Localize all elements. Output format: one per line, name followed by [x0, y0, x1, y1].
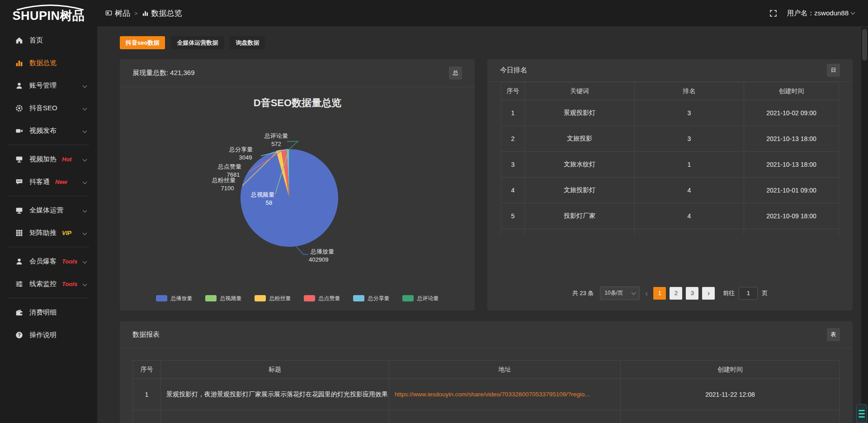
- legend-item[interactable]: 总播放量: [156, 295, 193, 302]
- table-view-button[interactable]: 表: [827, 328, 840, 341]
- chevron-down-icon: [83, 282, 87, 286]
- table-row: 1 景观投影灯 3 2021-10-02 09:00: [501, 100, 839, 126]
- badge-tools: Tools: [62, 258, 77, 265]
- customer-service-widget[interactable]: [856, 404, 867, 423]
- breadcrumb-label: 数据总览: [151, 8, 182, 19]
- sidebar-item-label: 消费明细: [29, 308, 57, 317]
- badge-vip: VIP: [62, 230, 71, 236]
- sidebar-item-member[interactable]: 会员爆客 Tools: [0, 250, 97, 273]
- breadcrumb-label: 树品: [115, 8, 130, 19]
- fullscreen-icon: [769, 9, 777, 17]
- next-page-button[interactable]: ›: [702, 287, 715, 300]
- sidebar-item-doukettong[interactable]: 抖客通 New: [0, 170, 97, 193]
- breadcrumb: 树品 > 数据总览: [105, 8, 182, 19]
- breadcrumb-item-overview[interactable]: 数据总览: [142, 8, 182, 19]
- chevron-down-icon: [83, 259, 87, 263]
- goto-page-input[interactable]: [739, 287, 758, 300]
- pie-label-总分享量: 3049: [239, 154, 252, 161]
- table-header-row: 序号 标题 地址 创建时间: [133, 361, 840, 379]
- cell-url: https://www.iesdouyin.com/share/video/70…: [389, 379, 621, 410]
- sidebar-item-guide[interactable]: ? 操作说明: [0, 324, 97, 346]
- sidebar-item-account[interactable]: 账号管理: [0, 74, 97, 97]
- cell-keyword: 文旅投影: [525, 126, 635, 152]
- day-view-button[interactable]: 日: [827, 64, 840, 77]
- page-button-2[interactable]: 2: [670, 287, 682, 300]
- sidebar-item-label: 会员爆客: [29, 257, 57, 266]
- chevron-down-icon: [83, 106, 87, 110]
- sidebar-item-home[interactable]: 首页: [0, 29, 97, 52]
- sidebar-item-video-publish[interactable]: 视频发布: [0, 119, 97, 142]
- col-url: 地址: [389, 361, 621, 379]
- sidebar-item-media-operation[interactable]: 全媒体运营: [0, 199, 97, 221]
- table-row: 4 文旅投影灯 4 2021-10-01 09:00: [501, 178, 839, 203]
- chart-title: D音SEO数据量总览: [254, 97, 341, 108]
- page-button-1[interactable]: 1: [653, 287, 666, 300]
- tab-media-operation[interactable]: 全媒体运营数据: [171, 36, 224, 49]
- bar-chart-icon: [15, 59, 23, 67]
- data-tabs: 抖音seo数据 全媒体运营数据 询盘数据: [120, 36, 868, 49]
- sidebar-item-clue-monitor[interactable]: 线索监控 Tools: [0, 273, 97, 295]
- sidebar-item-matrix-boost[interactable]: 矩阵助推 VIP: [0, 221, 97, 244]
- seo-pie-chart[interactable]: D音SEO数据量总览 总播放量402909总视频量58总粉丝量7100总点赞量7…: [120, 87, 475, 282]
- page-size-select[interactable]: 10条/页: [600, 287, 640, 300]
- table-row: 5 投影灯厂家 4 2021-10-09 18:00: [501, 203, 839, 229]
- table-row-clipped: [501, 229, 839, 235]
- chevron-down-icon: [632, 290, 636, 295]
- pie-label-总分享量: 总分享量: [229, 146, 253, 153]
- sidebar-item-douyin-seo[interactable]: 抖音SEO: [0, 97, 97, 119]
- legend-item[interactable]: 总点赞量: [304, 295, 340, 302]
- sidebar-item-consumption[interactable]: 消费明细: [0, 301, 97, 324]
- pie-label-总播放量: 402909: [309, 256, 328, 263]
- cell-rank: 4: [635, 178, 744, 203]
- prev-page-button[interactable]: ‹: [645, 289, 648, 297]
- chevron-down-icon: [83, 128, 87, 133]
- pagination: 共 23 条 10条/页 ‹ 1 2 3 › 前往 页: [501, 287, 839, 300]
- sidebar-item-label: 全媒体运营: [29, 206, 63, 215]
- report-table-wrap: 序号 标题 地址 创建时间 1 景观投影灯，夜游景观投影灯厂家展示展示落花灯在花…: [120, 348, 853, 423]
- sidebar-item-video-heat[interactable]: 视频加热 Hot: [0, 148, 97, 170]
- logo[interactable]: SHUPIN树品: [0, 0, 97, 27]
- legend-item[interactable]: 总粉丝量: [255, 295, 291, 302]
- data-report-card: 数据报表 表 序号 标题 地址 创建时间: [120, 321, 853, 423]
- cell-created: 2021-10-13 18:00: [744, 152, 839, 178]
- cell-created: 2021-10-09 18:00: [744, 203, 839, 229]
- sidebar: 首页 数据总览 账号管理: [0, 27, 97, 423]
- cell-created: 2021-10-13 18:00: [744, 126, 839, 152]
- page-button-3[interactable]: 3: [686, 287, 698, 300]
- breadcrumb-item-home[interactable]: 树品: [105, 8, 130, 19]
- chevron-down-icon: [851, 10, 855, 15]
- member-icon: [15, 258, 23, 265]
- sidebar-divider: [8, 247, 89, 247]
- legend-item[interactable]: 总分享量: [353, 295, 390, 302]
- legend-swatch: [205, 295, 217, 301]
- pie-label-总点赞量: 7681: [227, 171, 240, 178]
- scrollbar-thumb[interactable]: [862, 29, 867, 61]
- col-created: 创建时间: [621, 361, 840, 379]
- total-view-button[interactable]: 总: [449, 66, 462, 80]
- site-icon: [105, 10, 112, 17]
- sidebar-item-label: 线索监控: [29, 280, 57, 288]
- legend-swatch: [255, 295, 266, 301]
- legend-swatch: [402, 295, 414, 301]
- pie-label-总评论量: 572: [271, 141, 281, 147]
- pie-label-总播放量: 总播放量: [310, 248, 334, 255]
- tab-inquiry[interactable]: 询盘数据: [230, 36, 265, 49]
- col-keyword: 关键词: [525, 82, 635, 100]
- scrollbar-track[interactable]: [861, 27, 868, 423]
- pie-label-总视频量: 58: [266, 199, 272, 206]
- chevron-down-icon: [83, 179, 87, 184]
- sidebar-item-data-overview[interactable]: 数据总览: [0, 52, 97, 74]
- legend-item[interactable]: 总视频量: [205, 295, 242, 302]
- cell-keyword: 文旅水纹灯: [525, 152, 635, 178]
- sidebar-item-label: 账号管理: [29, 81, 57, 90]
- legend-item[interactable]: 总评论量: [402, 295, 439, 302]
- user-menu[interactable]: 用户名：zswodun88: [787, 9, 854, 18]
- report-table: 序号 标题 地址 创建时间 1 景观投影灯，夜游景观投影灯厂家展示展示落花灯在花…: [132, 360, 840, 423]
- fullscreen-button[interactable]: [769, 9, 777, 17]
- badge-tools: Tools: [62, 281, 77, 287]
- pie-slice-总播放量[interactable]: [241, 149, 338, 247]
- cell-keyword: 景观投影灯: [525, 100, 635, 126]
- video-url-link[interactable]: https://www.iesdouyin.com/share/video/70…: [395, 391, 590, 398]
- tab-douyin-seo[interactable]: 抖音seo数据: [120, 36, 165, 49]
- pie-label-总粉丝量: 7100: [221, 185, 234, 192]
